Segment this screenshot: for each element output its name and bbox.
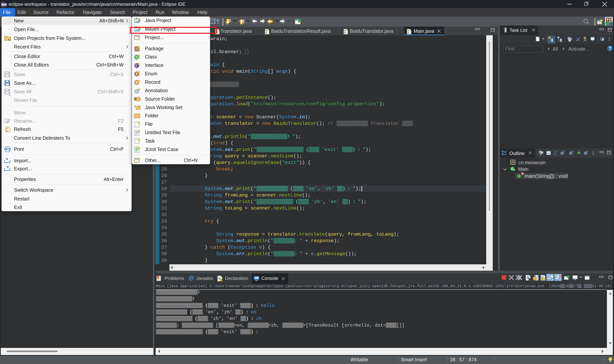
svg-text:*: * bbox=[252, 19, 253, 22]
svg-text:*: * bbox=[263, 19, 265, 22]
svg-text:!: ! bbox=[158, 278, 158, 281]
svg-text:a: a bbox=[556, 150, 557, 153]
svg-text:J: J bbox=[134, 104, 136, 108]
svg-text:J: J bbox=[136, 17, 137, 20]
svg-text:C: C bbox=[511, 167, 513, 171]
svg-text:z: z bbox=[556, 153, 557, 156]
svg-text:I: I bbox=[136, 64, 136, 68]
